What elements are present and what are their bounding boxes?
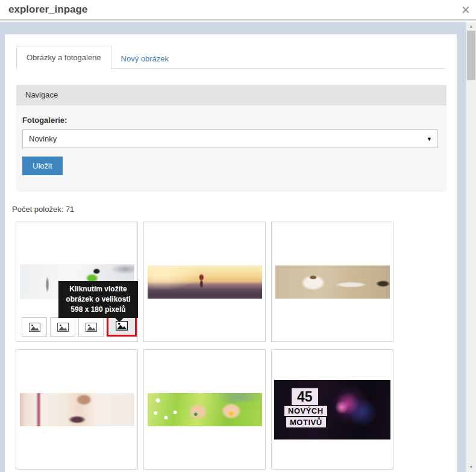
chevron-down-icon: ▼ [427, 130, 432, 148]
fotogalerie-select[interactable]: Novinky ▼ [22, 129, 438, 148]
gallery-card-coffee-desk[interactable] [271, 222, 393, 342]
items-count-label: Počet položek: 71 [12, 205, 457, 214]
navigation-panel-body: Fotogalerie: Novinky ▼ Uložit [16, 105, 446, 192]
banner-number-label: 45 [292, 388, 318, 405]
banner-word1-label: NOVÝCH [284, 406, 327, 416]
gallery-row-1: Kliknutím vložíte obrázek o velikosti 59… [16, 222, 395, 342]
vertical-scrollbar[interactable]: ▲ ▼ [466, 22, 476, 472]
insert-size-2-button[interactable] [50, 317, 75, 337]
gallery-card-45-motifs[interactable]: 45 NOVÝCH MOTIVŮ [271, 349, 393, 470]
tooltip-line: 598 x 180 pixelů [60, 305, 136, 315]
gallery-card-feet-grass[interactable] [143, 349, 266, 470]
content-panel: Obrázky a fotogalerieNový obrázek Naviga… [5, 34, 457, 472]
scroll-down-icon[interactable]: ▼ [466, 462, 476, 472]
tooltip-arrow-icon [115, 318, 124, 322]
banner-word2-label: MOTIVŮ [286, 417, 326, 427]
gallery-card-snowboarder[interactable]: Kliknutím vložíte obrázek o velikosti 59… [16, 222, 138, 342]
gallery-card-bride[interactable] [16, 349, 138, 470]
fotogalerie-label: Fotogalerie: [22, 116, 438, 125]
tab-images-and-galleries[interactable]: Obrázky a fotogalerie [16, 46, 111, 70]
feet-in-grass-banner-image[interactable] [148, 393, 262, 426]
gallery-row-2: 45 NOVÝCH MOTIVŮ [16, 349, 395, 470]
insert-size-3-button[interactable] [78, 317, 104, 337]
insert-size-1-button[interactable] [22, 317, 47, 337]
modal-title: explorer_inpage [8, 4, 87, 16]
tab-new-image[interactable]: Nový obrázek [111, 48, 178, 69]
gallery-card-beach-runner[interactable] [143, 222, 266, 342]
modal-body: Obrázky a fotogalerieNový obrázek Naviga… [0, 22, 476, 472]
fotogalerie-select-value: Novinky [29, 134, 57, 143]
navigation-panel-header: Navigace [16, 85, 446, 105]
image-icon [29, 323, 40, 332]
scrollbar-thumb[interactable] [467, 31, 475, 80]
insert-size-tooltip: Kliknutím vložíte obrázek o velikosti 59… [58, 281, 138, 318]
tooltip-line: obrázek o velikosti [60, 294, 136, 305]
gallery-grid: Kliknutím vložíte obrázek o velikosti 59… [16, 222, 395, 470]
bride-banner-image[interactable] [20, 393, 134, 426]
45-new-motifs-banner-image[interactable]: 45 NOVÝCH MOTIVŮ [274, 380, 390, 439]
navigation-panel: Navigace Fotogalerie: Novinky ▼ Uložit [16, 85, 446, 192]
coffee-desk-banner-image[interactable] [275, 266, 390, 299]
beach-runner-banner-image[interactable] [148, 266, 262, 299]
image-icon [57, 323, 69, 332]
tooltip-line: Kliknutím vložíte [60, 284, 136, 294]
tab-bar: Obrázky a fotogalerieNový obrázek [16, 45, 445, 69]
image-icon [86, 323, 97, 332]
modal-header: explorer_inpage × [0, 0, 476, 20]
scroll-up-icon[interactable]: ▲ [466, 22, 476, 31]
close-icon[interactable]: × [461, 0, 470, 19]
save-button[interactable]: Uložit [22, 157, 63, 175]
